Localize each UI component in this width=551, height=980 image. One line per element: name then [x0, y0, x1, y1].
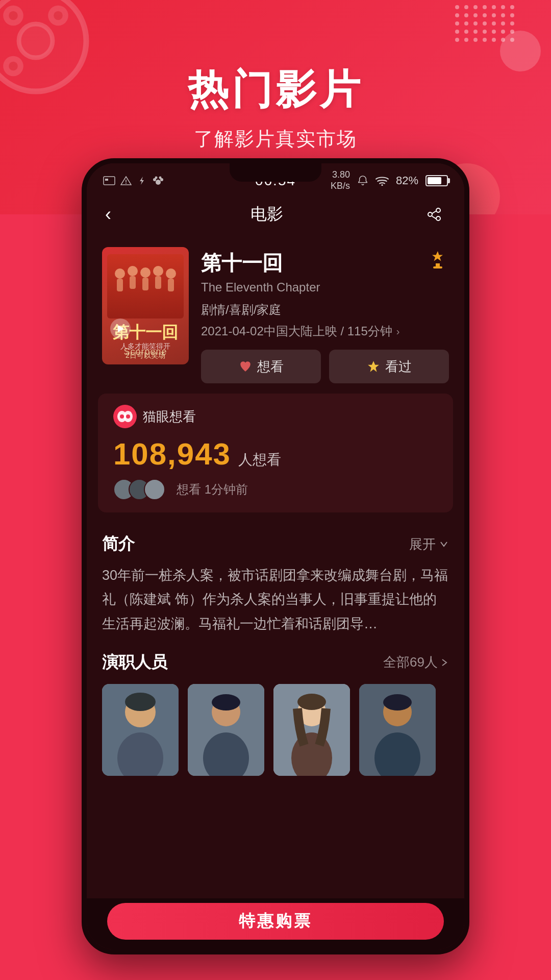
- svg-marker-13: [140, 177, 144, 185]
- svg-point-43: [125, 693, 156, 711]
- svg-rect-33: [168, 279, 174, 291]
- cast-photo-2: [188, 684, 264, 776]
- watchlist-button[interactable]: 想看: [201, 350, 321, 383]
- svg-marker-34: [118, 325, 124, 332]
- wifi-icon: [375, 176, 389, 186]
- maoyan-logo: [113, 405, 137, 428]
- poster-play-button[interactable]: [110, 318, 131, 339]
- heart-icon: [239, 360, 252, 373]
- svg-rect-29: [142, 278, 148, 290]
- chevron-right-icon: [440, 658, 449, 667]
- cast-list: [102, 684, 449, 776]
- cat-eye-logo: [116, 409, 134, 424]
- phone-frame: 06:54 3.80KB/s 82%: [82, 158, 469, 954]
- want-users-row: 想看 1分钟前: [113, 479, 438, 500]
- svg-point-18: [159, 177, 162, 179]
- play-icon: [116, 324, 125, 333]
- status-right-icons: 3.80KB/s 82%: [331, 169, 448, 191]
- movie-title-en: The Eleventh Chapter: [201, 280, 449, 295]
- share-button[interactable]: [422, 203, 446, 226]
- cast-title: 演职人员: [102, 651, 167, 674]
- maoyan-header: 猫眼想看: [113, 405, 438, 428]
- share-icon: [424, 204, 444, 225]
- want-time-text: 想看 1分钟前: [177, 481, 248, 498]
- svg-point-32: [166, 268, 176, 279]
- battery-fill: [428, 177, 441, 184]
- nav-bar: ‹ 电影: [87, 194, 464, 235]
- svg-point-26: [128, 266, 138, 276]
- watched-button[interactable]: 看过: [329, 350, 449, 383]
- svg-point-55: [383, 694, 412, 710]
- want-count-label: 人想看: [238, 450, 281, 470]
- svg-marker-35: [368, 361, 379, 372]
- svg-point-39: [126, 414, 130, 419]
- svg-point-51: [297, 694, 326, 710]
- movie-release-text: 2021-04-02中国大陆上映 / 115分钟: [201, 323, 392, 339]
- movie-genre: 剧情/喜剧/家庭: [201, 302, 449, 318]
- sim-icon: [103, 176, 115, 185]
- cast-section: 演职人员 全部69人: [87, 646, 464, 786]
- synopsis-text: 30年前一桩杀人案，被市话剧团拿来改编成舞台剧，马福礼（陈建斌 饰）作为杀人案的…: [102, 564, 449, 636]
- cast-item[interactable]: [273, 684, 350, 776]
- avatar-3: [144, 479, 165, 500]
- svg-rect-9: [105, 179, 108, 181]
- svg-point-1: [19, 24, 53, 58]
- want-count-row: 108,943 人想看: [113, 436, 438, 472]
- svg-point-3: [9, 11, 18, 20]
- maoyan-label: 猫眼想看: [143, 408, 196, 426]
- svg-point-7: [9, 62, 18, 71]
- cast-photo-1: [102, 684, 179, 776]
- movie-release: 2021-04-02中国大陆上映 / 115分钟 ›: [201, 323, 449, 339]
- svg-point-38: [120, 414, 124, 419]
- synopsis-section: 简介 展开 30年前一桩杀人案，被市话剧团拿来改编成舞台剧，马福礼（陈建斌 饰）…: [87, 523, 464, 646]
- movie-release-arrow[interactable]: ›: [396, 326, 400, 337]
- cast-photo-4: [359, 684, 436, 776]
- poster-tagline: 人多才能笑得开 2日可以笑场: [102, 342, 189, 360]
- poster-figures: [110, 263, 181, 309]
- movie-info-section: 第十一回 Scorpene 人多才能笑得开 2日可以笑场: [87, 235, 464, 394]
- hero-subtitle: 了解影片真实市场: [194, 126, 357, 152]
- svg-line-20: [432, 211, 437, 214]
- cast-item[interactable]: [359, 684, 436, 776]
- cast-item[interactable]: [102, 684, 179, 776]
- decorative-circle-right: [500, 31, 541, 71]
- cast-photo-3: [273, 684, 350, 776]
- svg-rect-25: [117, 279, 123, 291]
- network-speed: 3.80KB/s: [331, 169, 350, 191]
- cast-header: 演职人员 全部69人: [102, 651, 449, 674]
- cast-item[interactable]: [188, 684, 264, 776]
- svg-line-21: [432, 216, 437, 219]
- avatar-group: [113, 479, 159, 500]
- svg-rect-31: [155, 276, 161, 289]
- svg-point-5: [54, 11, 63, 20]
- back-button[interactable]: ‹: [105, 204, 111, 225]
- svg-point-17: [155, 177, 158, 179]
- synopsis-expand-button[interactable]: 展开: [409, 535, 449, 553]
- movie-title-cn: 第十一回: [201, 249, 449, 277]
- svg-rect-22: [436, 263, 440, 266]
- cast-all-button[interactable]: 全部69人: [383, 653, 449, 671]
- movie-poster[interactable]: 第十一回 Scorpene 人多才能笑得开 2日可以笑场: [102, 247, 189, 364]
- phone-notch: [230, 163, 321, 182]
- svg-rect-27: [130, 276, 136, 289]
- battery-icon: [425, 175, 448, 186]
- phone-content: 第十一回 Scorpene 人多才能笑得开 2日可以笑场: [87, 235, 464, 949]
- trophy-icon: [427, 250, 449, 275]
- star-icon: [367, 360, 380, 373]
- synopsis-header: 简介 展开: [102, 533, 449, 555]
- paw-icon: [152, 176, 164, 185]
- chevron-down-icon: [439, 539, 449, 549]
- svg-point-28: [140, 267, 151, 278]
- svg-point-14: [156, 180, 161, 185]
- svg-point-12: [126, 183, 127, 184]
- action-buttons: 想看 看过: [201, 350, 449, 383]
- want-count-number: 108,943: [113, 436, 231, 472]
- svg-point-24: [115, 268, 125, 279]
- movie-details: 第十一回 The Eleventh Chapter 剧情/喜剧/家庭 2021-…: [201, 247, 449, 383]
- svg-point-19: [381, 184, 383, 186]
- status-left-icons: [103, 176, 164, 185]
- bolt-icon: [137, 176, 147, 185]
- purchase-button[interactable]: 特惠购票: [107, 903, 444, 940]
- svg-point-47: [212, 694, 240, 710]
- hero-title: 热门影片: [188, 63, 363, 118]
